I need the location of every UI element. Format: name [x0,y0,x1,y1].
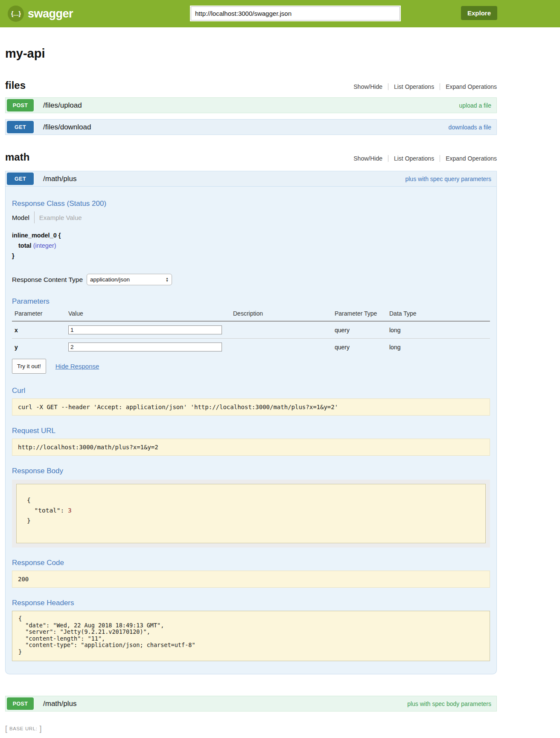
list-operations-link[interactable]: List Operations [388,155,440,162]
operation-path-link[interactable]: /files/upload [43,101,82,110]
operation-path-link[interactable]: /math/plus [43,175,76,183]
parameter-type: query [332,339,387,356]
brand-title: swagger [28,7,73,20]
request-url-heading: Request URL [12,427,490,435]
swagger-logo-link[interactable]: {…} swagger [8,6,73,22]
operation-row-post-files-upload[interactable]: POST /files/upload upload a file [5,97,497,113]
parameter-name: y [12,339,66,356]
operation-summary: plus with spec query parameters [405,176,491,182]
response-content-type-label: Response Content Type [12,276,83,284]
model-open: inline_model_0 { [12,230,490,240]
close-bracket: ] [40,724,42,733]
parameter-type: query [332,321,387,339]
response-content-type-select[interactable]: application/json ▲ ▼ [87,274,172,285]
show-hide-link[interactable]: Show/Hide [348,83,388,90]
response-body-number: 3 [68,507,72,514]
model-tabs: Model Example Value [12,211,490,223]
get-method-badge: GET [7,121,34,133]
parameters-table: Parameter Value Description Parameter Ty… [12,308,490,355]
parameter-y-input[interactable] [68,343,222,351]
spec-url-input[interactable] [191,6,400,20]
parameter-data-type: long [387,321,490,339]
main-content: my-api files Show/Hide List Operations E… [5,47,497,712]
response-class-heading: Response Class (Status 200) [12,199,490,208]
operation-path-link[interactable]: /math/plus [43,700,76,708]
files-section-title: files [5,79,26,91]
math-section-controls: Show/Hide List Operations Expand Operati… [348,155,497,162]
list-operations-link[interactable]: List Operations [388,83,440,90]
get-method-badge: GET [7,173,34,185]
math-section-title: math [5,151,29,163]
parameter-row-x: x query long [12,321,490,339]
curl-heading: Curl [12,387,490,395]
response-headers-json: { "date": "Wed, 22 Aug 2018 18:49:13 GMT… [12,611,490,661]
col-value: Value [66,308,230,321]
response-body-heading: Response Body [12,467,490,475]
model-close: } [12,251,490,261]
response-headers-heading: Response Headers [12,599,490,607]
operation-row-get-math-plus[interactable]: GET /math/plus plus with spec query para… [5,171,497,187]
up-down-arrows-icon: ▲ ▼ [166,277,169,282]
operation-detail-panel: Response Class (Status 200) Model Exampl… [5,187,497,674]
operation-path-link[interactable]: /files/download [43,123,91,132]
show-hide-link[interactable]: Show/Hide [348,155,388,162]
try-it-out-button[interactable]: Try it out! [12,359,46,374]
operation-summary: plus with spec body parameters [407,700,491,707]
header-bar: {…} swagger Explore [0,0,560,27]
post-method-badge: POST [7,697,34,710]
actions-row: Try it out! Hide Response [12,359,490,374]
parameter-row-y: y query long [12,339,490,356]
curl-command: curl -X GET --header 'Accept: applicatio… [12,398,490,416]
operation-summary: downloads a file [449,124,491,131]
operation-row-get-files-download[interactable]: GET /files/download downloads a file [5,119,497,135]
parameters-heading: Parameters [12,297,490,306]
col-parameter-type: Parameter Type [332,308,387,321]
hide-response-link[interactable]: Hide Response [55,363,99,370]
tab-model[interactable]: Model [12,214,34,221]
operation-row-post-math-plus[interactable]: POST /math/plus plus with spec body para… [5,696,497,712]
parameter-name: x [12,321,66,339]
tab-example-value[interactable]: Example Value [35,214,82,221]
page-title: my-api [5,47,497,61]
post-method-badge: POST [7,99,34,111]
curly-braces-icon: {…} [8,6,24,22]
col-description: Description [230,308,332,321]
col-data-type: Data Type [387,308,490,321]
response-body-wrapper: { "total": 3 } [12,480,490,548]
files-section-controls: Show/Hide List Operations Expand Operati… [348,83,497,90]
parameters-header-row: Parameter Value Description Parameter Ty… [12,308,490,321]
response-code-value: 200 [12,571,490,588]
selected-content-type: application/json [90,276,130,283]
base-url-label: BASE URL: [9,726,37,731]
col-parameter: Parameter [12,308,66,321]
expand-operations-link[interactable]: Expand Operations [440,83,497,90]
math-section-header: math Show/Hide List Operations Expand Op… [5,151,497,163]
base-url-footer: [BASE URL:] [5,724,560,733]
parameter-description [230,339,332,356]
model-property-name: total [18,242,32,249]
model-property-type: (integer) [33,242,56,249]
parameter-data-type: long [387,339,490,356]
operation-summary: upload a file [459,102,491,109]
response-content-type-row: Response Content Type application/json ▲… [12,274,490,285]
expand-operations-link[interactable]: Expand Operations [440,155,497,162]
parameter-x-input[interactable] [68,325,222,334]
response-code-heading: Response Code [12,559,490,567]
files-section-header: files Show/Hide List Operations Expand O… [5,79,497,91]
response-body-json: { "total": 3 } [16,484,486,543]
explore-button[interactable]: Explore [461,6,497,20]
model-signature: inline_model_0 { total (integer) } [12,230,490,261]
request-url-value: http://localhost:3000/math/plus?x=1&y=2 [12,439,490,456]
open-bracket: [ [5,724,7,733]
parameter-description [230,321,332,339]
